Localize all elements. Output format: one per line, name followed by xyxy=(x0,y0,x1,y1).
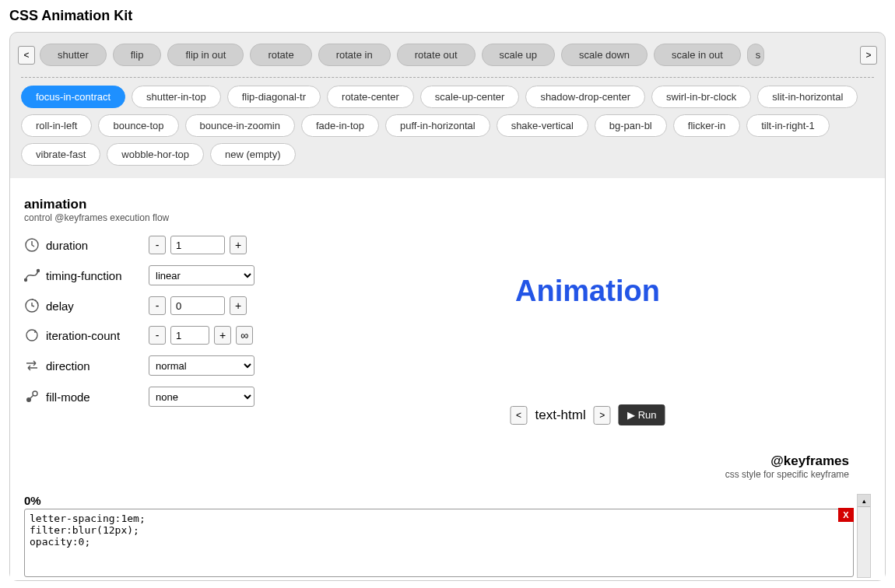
direction-select[interactable]: normal xyxy=(149,355,254,376)
keyframe-delete-button[interactable]: X xyxy=(838,508,854,522)
preset-pill-puff-in-horizontal[interactable]: puff-in-horizontal xyxy=(385,114,490,137)
preset-pill-shadow-drop-center[interactable]: shadow-drop-center xyxy=(525,86,645,108)
run-button-label: Run xyxy=(638,409,657,421)
category-tab-overflow[interactable]: s xyxy=(747,44,765,66)
keyframes-header: @keyframes css style for specific keyfra… xyxy=(24,453,871,480)
keyframes-subtitle: css style for specific keyframe xyxy=(24,469,849,480)
fill-mode-select[interactable]: none xyxy=(149,387,254,407)
preset-pill-new-empty-[interactable]: new (empty) xyxy=(210,143,296,166)
category-tab-flip-in-out[interactable]: flip in out xyxy=(167,44,244,66)
animation-section-subtitle: control @keyframes execution flow xyxy=(24,212,289,223)
animation-section-title: animation xyxy=(24,197,289,212)
preview-prev-button[interactable]: < xyxy=(510,406,527,425)
category-prev-button[interactable]: < xyxy=(18,46,35,65)
preview-panel: Animation < text-html > ▶ Run xyxy=(304,197,871,430)
preview-next-button[interactable]: > xyxy=(594,406,611,425)
preset-pill-flip-diagonal-tr[interactable]: flip-diagonal-tr xyxy=(227,86,321,108)
main-panel: < shutterflipflip in outrotaterotate inr… xyxy=(9,32,886,581)
timing-function-select[interactable]: linear xyxy=(149,265,254,285)
iteration-minus-button[interactable]: - xyxy=(149,326,166,345)
preset-pill-bounce-top[interactable]: bounce-top xyxy=(98,114,178,137)
play-icon: ▶ xyxy=(627,409,635,421)
delay-input[interactable] xyxy=(170,296,225,315)
category-scroller: < shutterflipflip in outrotaterotate inr… xyxy=(10,33,885,74)
animation-controls: animation control @keyframes execution f… xyxy=(24,197,289,430)
duration-minus-button[interactable]: - xyxy=(149,236,166,254)
direction-label: direction xyxy=(46,359,90,373)
category-tab-scale-down[interactable]: scale down xyxy=(561,44,648,66)
category-tab-rotate-in[interactable]: rotate in xyxy=(318,44,391,66)
category-tab-rotate-out[interactable]: rotate out xyxy=(397,44,476,66)
category-tab-strip: shutterflipflip in outrotaterotate inrot… xyxy=(40,44,855,66)
preset-pill-bounce-in-zoomin[interactable]: bounce-in-zoomin xyxy=(185,114,295,137)
preset-pill-shutter-in-top[interactable]: shutter-in-top xyxy=(132,86,221,108)
preset-pill-area: focus-in-contractshutter-in-topflip-diag… xyxy=(10,86,885,178)
preset-pill-focus-in-contract[interactable]: focus-in-contract xyxy=(21,86,125,108)
clock-icon xyxy=(24,237,40,253)
preset-pill-fade-in-top[interactable]: fade-in-top xyxy=(301,114,379,137)
direction-icon xyxy=(24,358,40,373)
preview-mode-label: text-html xyxy=(535,408,585,423)
preset-pill-shake-vertical[interactable]: shake-vertical xyxy=(497,114,588,137)
fill-mode-icon xyxy=(24,389,40,404)
preset-pill-scale-up-center[interactable]: scale-up-center xyxy=(420,86,520,108)
repeat-icon xyxy=(24,327,40,343)
svg-point-2 xyxy=(37,270,40,272)
preset-pill-bg-pan-bl[interactable]: bg-pan-bl xyxy=(595,114,667,137)
divider xyxy=(21,77,874,78)
fill-mode-label: fill-mode xyxy=(46,390,90,404)
keyframe-css-textarea[interactable] xyxy=(24,509,854,577)
preset-pill-slit-in-horizontal[interactable]: slit-in-horizontal xyxy=(757,86,858,108)
category-tab-flip[interactable]: flip xyxy=(113,44,162,66)
iteration-infinity-button[interactable]: ∞ xyxy=(236,326,253,345)
work-area: animation control @keyframes execution f… xyxy=(10,178,885,580)
keyframes-title: @keyframes xyxy=(24,453,849,469)
page-title: CSS Animation Kit xyxy=(0,0,895,32)
scroll-up-icon[interactable]: ▴ xyxy=(858,495,870,507)
category-tab-rotate[interactable]: rotate xyxy=(250,44,311,66)
preset-pill-flicker-in[interactable]: flicker-in xyxy=(673,114,740,137)
iteration-input[interactable] xyxy=(170,326,209,345)
duration-plus-button[interactable]: + xyxy=(230,236,247,254)
preset-pill-vibrate-fast[interactable]: vibrate-fast xyxy=(21,143,100,166)
delay-label: delay xyxy=(46,299,74,313)
svg-point-1 xyxy=(25,279,27,282)
duration-input[interactable] xyxy=(170,236,225,254)
curve-icon xyxy=(24,268,40,283)
timing-function-label: timing-function xyxy=(46,269,122,282)
preset-pill-tilt-in-right-1[interactable]: tilt-in-right-1 xyxy=(746,114,830,137)
delay-minus-button[interactable]: - xyxy=(149,296,166,315)
run-button[interactable]: ▶ Run xyxy=(619,404,665,425)
preset-pill-roll-in-left[interactable]: roll-in-left xyxy=(21,114,92,137)
preset-pill-rotate-center[interactable]: rotate-center xyxy=(327,86,414,108)
keyframe-block: 0% X ▴ xyxy=(24,494,871,580)
keyframe-scrollbar[interactable]: ▴ xyxy=(857,494,871,578)
category-tab-shutter[interactable]: shutter xyxy=(40,44,107,66)
preview-text: Animation xyxy=(515,275,660,308)
preset-pill-swirl-in-br-clock[interactable]: swirl-in-br-clock xyxy=(651,86,751,108)
preset-pill-wobble-hor-top[interactable]: wobble-hor-top xyxy=(107,143,204,166)
category-tab-scale-up[interactable]: scale up xyxy=(482,44,555,66)
keyframe-percent-label: 0% xyxy=(24,494,854,507)
iteration-count-label: iteration-count xyxy=(46,329,120,342)
category-next-button[interactable]: > xyxy=(860,46,877,65)
duration-label: duration xyxy=(46,239,88,252)
iteration-plus-button[interactable]: + xyxy=(214,326,231,345)
delay-plus-button[interactable]: + xyxy=(230,296,247,315)
category-tab-scale-in-out[interactable]: scale in out xyxy=(654,44,741,66)
delay-icon xyxy=(24,298,40,313)
